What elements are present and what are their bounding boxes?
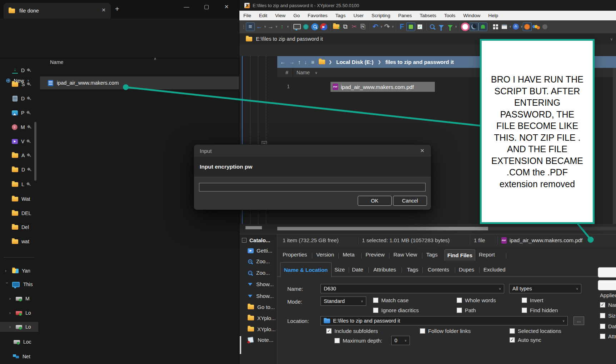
maximize-button[interactable]: ▢	[199, 4, 214, 10]
sidebar-item-music[interactable]: ♪ M	[0, 122, 38, 132]
menu-view[interactable]: View	[271, 13, 289, 18]
new-folder-icon[interactable]: +	[332, 23, 341, 31]
sidebar-item-this-pc[interactable]: › This	[0, 279, 38, 289]
dialog-close-icon[interactable]: ✕	[420, 148, 424, 154]
find-tab-attributes[interactable]: Attributes	[373, 266, 396, 273]
back-icon[interactable]: ←	[255, 23, 264, 31]
panel-tab-report[interactable]: Report	[479, 251, 495, 258]
applied-size-checkbox[interactable]: Size	[600, 313, 616, 319]
selected-file-row[interactable]: PDF ipad_air_www.makers.com.pdf	[331, 82, 435, 92]
undo-icon[interactable]: ↶	[371, 23, 380, 31]
expand-chevron-icon[interactable]: ›	[9, 324, 14, 329]
cut-icon[interactable]: ✂	[350, 23, 359, 31]
find-tab-dupes[interactable]: Dupes	[459, 266, 474, 273]
sidebar-item-folder[interactable]: Wat	[0, 194, 38, 204]
mode-select[interactable]: Standard ∨	[321, 296, 366, 306]
sidebar-item-folder[interactable]: L	[0, 179, 38, 189]
search-circle-icon[interactable]	[311, 23, 319, 31]
expand-chevron-icon[interactable]: ›	[9, 296, 14, 301]
breadcrumb-drive[interactable]: Local Disk (E:)	[336, 59, 373, 65]
checkbox-checked-icon[interactable]: ✓	[326, 328, 332, 334]
menu-tags[interactable]: Tags	[332, 13, 350, 18]
ok-button[interactable]: OK	[358, 196, 392, 206]
invert-checkbox[interactable]: Invert	[522, 297, 543, 303]
explorer-tab[interactable]: file done ✕	[4, 3, 111, 19]
badge-icon[interactable]: ⁂	[511, 23, 520, 31]
menu-tabsets[interactable]: Tabsets	[416, 13, 440, 18]
menu-user[interactable]: User	[349, 13, 368, 18]
sidebar-item-folder[interactable]: D	[0, 165, 38, 175]
panel-tab-raw-view[interactable]: Raw View	[393, 251, 417, 258]
address-dropdown-icon[interactable]: ∨	[610, 37, 613, 41]
type-filter-select[interactable]: All types ∨	[509, 284, 581, 293]
menu-window[interactable]: Window	[459, 13, 485, 18]
collapse-chevron-icon[interactable]: ›	[5, 282, 10, 286]
menu-help[interactable]: Help	[485, 13, 502, 18]
checkbox-icon[interactable]	[457, 298, 462, 303]
sidebar-item-folder[interactable]: Del	[0, 222, 38, 232]
selected-locations-checkbox[interactable]: Selected locations	[510, 328, 561, 334]
catalog-header[interactable]: Catalo...	[249, 237, 270, 243]
name-combobox[interactable]: D630 ∨	[321, 284, 504, 293]
sidebar-item-drive[interactable]: › M	[0, 294, 38, 304]
sidebar-item-folder[interactable]: wat	[0, 236, 38, 246]
sidebar-item-user-folder[interactable]: › Yan	[0, 266, 38, 276]
redo-icon[interactable]: ↷	[382, 23, 391, 31]
menu-favorites[interactable]: Favorites	[304, 13, 332, 18]
menu-edit[interactable]: Edit	[255, 13, 271, 18]
sidebar-scrollbar[interactable]	[34, 122, 36, 181]
sidebar-item-pictures[interactable]: P	[0, 108, 38, 118]
checkbox-checked-icon[interactable]: ✓	[600, 302, 605, 308]
name-column-header[interactable]: Name	[297, 70, 310, 75]
new-tab-button[interactable]: +	[115, 5, 119, 13]
sort-descending-icon[interactable]: ∨	[315, 71, 317, 75]
panel-tab-tags[interactable]: Tags	[426, 251, 438, 258]
filter-green-icon[interactable]	[446, 23, 454, 31]
browse-button[interactable]: ...	[573, 316, 584, 325]
catalog-item[interactable]: Show...	[239, 293, 277, 299]
paste-icon[interactable]: ⎘	[359, 23, 368, 31]
panel-tab-preview[interactable]: Preview	[366, 251, 384, 258]
checkbox-toggle-icon[interactable]: ✓	[415, 23, 424, 31]
checkbox-icon[interactable]	[373, 298, 378, 303]
sidebar-item-drive-c[interactable]: › Lo	[0, 308, 38, 318]
sidebar-item-network[interactable]: Net	[0, 351, 38, 361]
menu-scripting[interactable]: Scripting	[368, 13, 394, 18]
dark-mode-icon[interactable]	[470, 23, 478, 31]
find-button-partial[interactable]	[598, 280, 616, 290]
maximum-depth-checkbox[interactable]: Maximum depth:	[334, 338, 382, 344]
auto-sync-checkbox[interactable]: ✓Auto sync	[510, 337, 541, 343]
ball-icon[interactable]	[523, 23, 532, 31]
find-tab-date[interactable]: Date	[352, 266, 363, 273]
tree-toggle-icon[interactable]	[406, 23, 415, 31]
include-subfolders-checkbox[interactable]: ✓Include subfolders	[326, 328, 378, 334]
catalog-item[interactable]: XYplo...	[239, 315, 277, 321]
find-tab-size[interactable]: Size	[334, 266, 345, 273]
depth-select[interactable]: 0 ∨	[391, 336, 410, 345]
catalog-item[interactable]: Show...	[239, 281, 277, 287]
close-button[interactable]: ✕	[219, 4, 234, 10]
sidebar-item-videos[interactable]: ▶ V	[0, 136, 38, 146]
menu-tools[interactable]: Tools	[440, 13, 459, 18]
encryption-password-field[interactable]	[199, 183, 426, 191]
sidebar-item-drive-selected[interactable]: › Lo	[0, 322, 38, 332]
number-column-header[interactable]: #	[285, 70, 288, 75]
menu-go[interactable]: Go	[289, 13, 304, 18]
checkbox-icon[interactable]	[600, 334, 605, 339]
up-icon[interactable]: ↑	[278, 23, 287, 31]
applied-attributes-checkbox[interactable]: Attri	[600, 333, 616, 339]
find-hidden-checkbox[interactable]: Find hidden	[522, 307, 558, 313]
cancel-button[interactable]: Cancel	[393, 196, 427, 206]
sort-ascending-icon[interactable]: ∧	[154, 56, 157, 61]
catalog-scrollbar[interactable]	[240, 336, 241, 354]
checkbox-checked-icon[interactable]: ✓	[510, 337, 515, 343]
chevron-down-icon[interactable]: ∨	[562, 319, 565, 323]
run-circle-icon[interactable]: ▶	[319, 23, 328, 31]
font-icon[interactable]: F	[397, 23, 406, 31]
match-case-checkbox[interactable]: Match case	[373, 297, 409, 303]
minimize-button[interactable]: —	[179, 4, 194, 10]
forward-icon[interactable]: →	[289, 59, 294, 65]
checkbox-icon[interactable]	[334, 338, 340, 343]
catalog-item[interactable]: − Zoo...	[239, 270, 277, 276]
encryption-password-input[interactable]	[199, 183, 425, 191]
